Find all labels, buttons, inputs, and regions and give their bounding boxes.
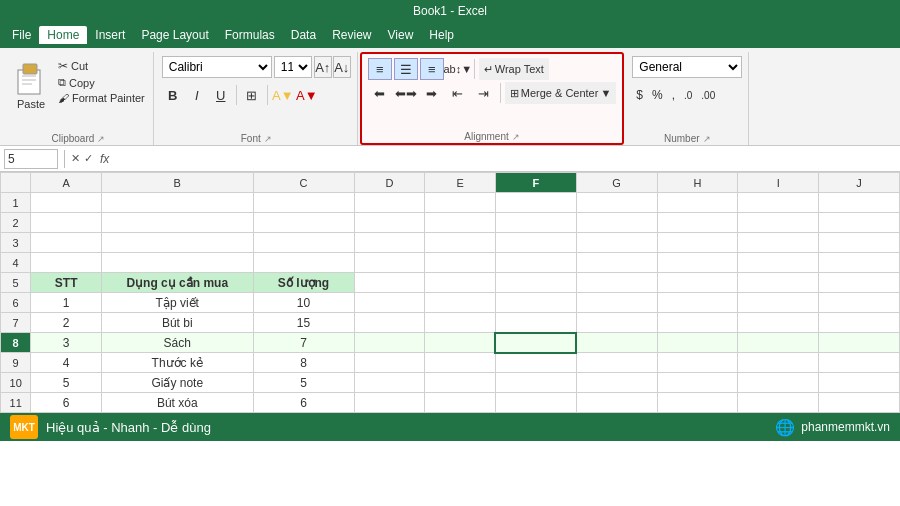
menu-review[interactable]: Review <box>324 26 379 44</box>
cell-b7[interactable]: Bút bi <box>102 313 254 333</box>
cell-c9[interactable]: 8 <box>253 353 354 373</box>
cell-c3[interactable] <box>253 233 354 253</box>
cell-i10[interactable] <box>738 373 819 393</box>
cut-button[interactable]: ✂ Cut <box>56 58 147 74</box>
col-header-i[interactable]: I <box>738 173 819 193</box>
cell-c11[interactable]: 6 <box>253 393 354 413</box>
cell-j8[interactable] <box>819 333 900 353</box>
cell-e10[interactable] <box>425 373 496 393</box>
cell-c4[interactable] <box>253 253 354 273</box>
font-expand-icon[interactable]: ↗ <box>264 134 272 144</box>
cell-g2[interactable] <box>576 213 657 233</box>
cell-f3[interactable] <box>495 233 576 253</box>
col-header-g[interactable]: G <box>576 173 657 193</box>
cell-e3[interactable] <box>425 233 496 253</box>
row-num-1[interactable]: 1 <box>1 193 31 213</box>
format-painter-button[interactable]: 🖌 Format Painter <box>56 91 147 105</box>
menu-data[interactable]: Data <box>283 26 324 44</box>
cell-d5[interactable] <box>354 273 425 293</box>
cell-g5[interactable] <box>576 273 657 293</box>
cell-e1[interactable] <box>425 193 496 213</box>
fx-button[interactable]: fx <box>97 152 112 166</box>
cell-a8[interactable]: 3 <box>31 333 102 353</box>
italic-button[interactable]: I <box>186 84 208 106</box>
cell-b9[interactable]: Thước kẻ <box>102 353 254 373</box>
cell-a11[interactable]: 6 <box>31 393 102 413</box>
align-top-left-button[interactable]: ≡ <box>368 58 392 80</box>
comma-button[interactable]: , <box>668 84 679 106</box>
cell-e7[interactable] <box>425 313 496 333</box>
decrease-decimal-button[interactable]: .00 <box>697 84 719 106</box>
cell-f8[interactable] <box>495 333 576 353</box>
cell-i1[interactable] <box>738 193 819 213</box>
col-header-f[interactable]: F <box>495 173 576 193</box>
menu-insert[interactable]: Insert <box>87 26 133 44</box>
col-header-h[interactable]: H <box>657 173 738 193</box>
col-header-j[interactable]: J <box>819 173 900 193</box>
cell-b1[interactable] <box>102 193 254 213</box>
cell-d11[interactable] <box>354 393 425 413</box>
col-header-c[interactable]: C <box>253 173 354 193</box>
cell-i9[interactable] <box>738 353 819 373</box>
row-num-8[interactable]: 8 <box>1 333 31 353</box>
border-button[interactable]: ⊞ <box>241 84 263 106</box>
cell-h7[interactable] <box>657 313 738 333</box>
cell-d9[interactable] <box>354 353 425 373</box>
font-size-select[interactable]: 11 <box>274 56 312 78</box>
cell-i5[interactable] <box>738 273 819 293</box>
font-family-select[interactable]: Calibri <box>162 56 272 78</box>
cell-f10[interactable] <box>495 373 576 393</box>
row-num-6[interactable]: 6 <box>1 293 31 313</box>
cell-i6[interactable] <box>738 293 819 313</box>
cell-h3[interactable] <box>657 233 738 253</box>
cell-g11[interactable] <box>576 393 657 413</box>
align-left-button[interactable]: ⬅ <box>368 82 392 104</box>
col-header-b[interactable]: B <box>102 173 254 193</box>
cell-g6[interactable] <box>576 293 657 313</box>
fill-color-button[interactable]: A▼ <box>272 84 294 106</box>
cell-a5[interactable]: STT <box>31 273 102 293</box>
formula-input[interactable] <box>116 149 896 169</box>
cell-g8[interactable] <box>576 333 657 353</box>
cell-c5[interactable]: Số lượng <box>253 273 354 293</box>
cell-f1[interactable] <box>495 193 576 213</box>
cell-d8[interactable] <box>354 333 425 353</box>
cell-d7[interactable] <box>354 313 425 333</box>
row-num-7[interactable]: 7 <box>1 313 31 333</box>
col-header-d[interactable]: D <box>354 173 425 193</box>
cell-i7[interactable] <box>738 313 819 333</box>
cell-a6[interactable]: 1 <box>31 293 102 313</box>
cell-j2[interactable] <box>819 213 900 233</box>
cell-d2[interactable] <box>354 213 425 233</box>
wrap-text-button[interactable]: ↵ Wrap Text <box>479 58 549 80</box>
cell-e4[interactable] <box>425 253 496 273</box>
cell-c10[interactable]: 5 <box>253 373 354 393</box>
cell-b5[interactable]: Dụng cụ cần mua <box>102 273 254 293</box>
cell-b4[interactable] <box>102 253 254 273</box>
row-num-2[interactable]: 2 <box>1 213 31 233</box>
cell-j5[interactable] <box>819 273 900 293</box>
cell-j1[interactable] <box>819 193 900 213</box>
cell-h1[interactable] <box>657 193 738 213</box>
cell-g3[interactable] <box>576 233 657 253</box>
row-num-3[interactable]: 3 <box>1 233 31 253</box>
alignment-expand-icon[interactable]: ↗ <box>512 132 520 142</box>
cell-j9[interactable] <box>819 353 900 373</box>
menu-home[interactable]: Home <box>39 26 87 44</box>
cell-d4[interactable] <box>354 253 425 273</box>
decrease-indent-button[interactable]: ⇤ <box>446 82 470 104</box>
cell-c7[interactable]: 15 <box>253 313 354 333</box>
cell-a10[interactable]: 5 <box>31 373 102 393</box>
row-num-4[interactable]: 4 <box>1 253 31 273</box>
cell-b2[interactable] <box>102 213 254 233</box>
cell-f6[interactable] <box>495 293 576 313</box>
cell-a9[interactable]: 4 <box>31 353 102 373</box>
cell-c8[interactable]: 7 <box>253 333 354 353</box>
number-expand-icon[interactable]: ↗ <box>703 134 711 144</box>
menu-page-layout[interactable]: Page Layout <box>133 26 216 44</box>
cell-b6[interactable]: Tập viết <box>102 293 254 313</box>
cell-j7[interactable] <box>819 313 900 333</box>
cell-f11[interactable] <box>495 393 576 413</box>
col-header-e[interactable]: E <box>425 173 496 193</box>
cell-j10[interactable] <box>819 373 900 393</box>
